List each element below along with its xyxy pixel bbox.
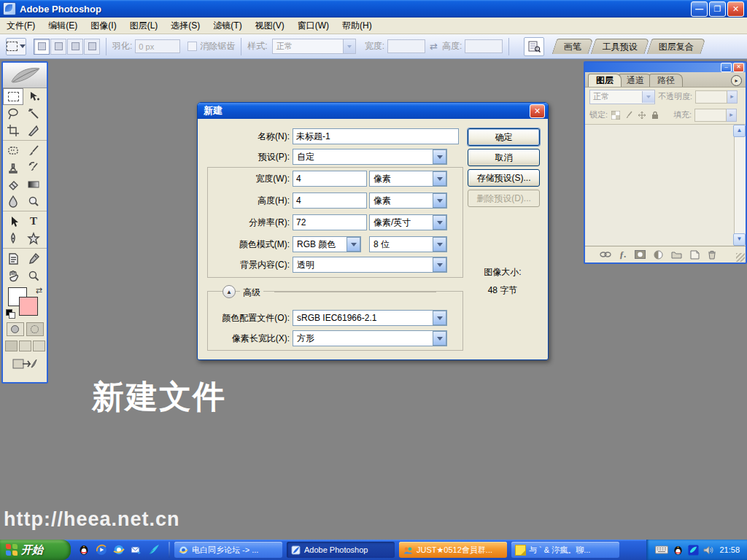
height-input[interactable]: 4	[293, 192, 367, 209]
menu-image[interactable]: 图像(I)	[84, 20, 123, 32]
layer-style-icon[interactable]: ƒ.	[619, 249, 627, 260]
tool-type[interactable]: T	[23, 213, 44, 230]
tool-notes[interactable]	[3, 250, 23, 267]
swap-colors-icon[interactable]: ⇄	[36, 286, 42, 295]
style-combobox[interactable]: 正常	[272, 39, 356, 54]
selection-intersect-button[interactable]	[84, 39, 100, 55]
file-browser-button[interactable]	[524, 37, 544, 56]
tab-brushes[interactable]: 画笔	[552, 39, 594, 54]
selection-add-button[interactable]	[50, 39, 66, 55]
opacity-field[interactable]: ▸	[695, 90, 738, 104]
close-button[interactable]: ✕	[727, 1, 744, 17]
tool-slice[interactable]	[23, 122, 44, 139]
new-group-icon[interactable]	[671, 250, 682, 259]
dialog-close-button[interactable]: ✕	[530, 104, 545, 118]
name-input[interactable]: 未标题-1	[293, 128, 459, 144]
advanced-collapse-button[interactable]: ▲	[222, 285, 236, 298]
tool-magic-wand[interactable]	[23, 105, 44, 122]
swap-dimensions-icon[interactable]: ⇄	[430, 41, 438, 52]
layers-scrollbar[interactable]: ▲ ▼	[734, 125, 746, 246]
width-input[interactable]: 4	[293, 171, 367, 187]
default-colors-icon[interactable]	[6, 309, 15, 318]
internet-explorer-icon[interactable]	[112, 544, 125, 556]
tool-path-selection[interactable]	[3, 213, 23, 230]
tab-layer-comps[interactable]: 图层复合	[647, 39, 706, 54]
tool-dodge[interactable]	[23, 192, 44, 209]
input-method-keyboard-icon[interactable]	[655, 545, 668, 554]
task-button-forum[interactable]: 电白同乡论坛 -> ...	[174, 542, 282, 558]
menu-file[interactable]: 文件(F)	[0, 20, 42, 32]
ok-button[interactable]: 确定	[468, 128, 540, 146]
tool-move[interactable]	[23, 88, 44, 105]
fill-field[interactable]: ▸	[694, 109, 737, 122]
volume-icon[interactable]	[703, 545, 713, 555]
menu-edit[interactable]: 编辑(E)	[42, 20, 84, 32]
selection-subtract-button[interactable]	[67, 39, 83, 55]
menu-window[interactable]: 窗口(W)	[291, 20, 336, 32]
lock-paint-icon[interactable]	[624, 110, 634, 120]
task-button-qq-group[interactable]: JUST★0512會員群...	[399, 542, 507, 558]
edit-in-imageready-button[interactable]	[10, 357, 39, 371]
scroll-up-icon[interactable]: ▲	[733, 125, 746, 137]
width-input[interactable]	[387, 39, 425, 53]
restore-button[interactable]: ❐	[709, 1, 726, 17]
menu-view[interactable]: 视图(V)	[249, 20, 291, 32]
tool-healing-brush[interactable]	[3, 142, 23, 159]
tool-lasso[interactable]	[3, 105, 23, 122]
qq-tray-icon[interactable]	[673, 545, 684, 556]
new-layer-icon[interactable]	[690, 250, 700, 260]
menu-layer[interactable]: 图层(L)	[123, 20, 165, 32]
task-button-photoshop[interactable]: Adobe Photoshop	[287, 542, 395, 558]
scroll-down-icon[interactable]: ▼	[733, 233, 746, 246]
tab-tool-presets[interactable]: 工具预设	[591, 39, 650, 54]
menu-select[interactable]: 选择(S)	[164, 20, 206, 32]
menu-filter[interactable]: 滤镜(T)	[206, 20, 248, 32]
lock-transparency-icon[interactable]	[611, 110, 621, 120]
quick-mask-mode-button[interactable]	[26, 322, 44, 336]
tool-history-brush[interactable]	[23, 159, 44, 176]
menu-help[interactable]: 帮助(H)	[336, 20, 379, 32]
tab-paths[interactable]: 路径	[649, 74, 683, 87]
tool-brush[interactable]	[23, 142, 44, 159]
standard-mode-button[interactable]	[7, 322, 24, 336]
tool-pen[interactable]	[3, 230, 23, 246]
height-input[interactable]	[465, 39, 503, 53]
toolbox-drag-handle[interactable]	[3, 63, 47, 88]
resolution-unit-combobox[interactable]: 像素/英寸	[369, 214, 447, 230]
tool-eraser[interactable]	[3, 176, 23, 192]
layers-palette-titlebar[interactable]: – ✕	[585, 63, 746, 72]
tool-clone-stamp[interactable]	[3, 159, 23, 176]
tool-blur[interactable]	[3, 192, 23, 209]
save-preset-button[interactable]: 存储预设(S)...	[468, 169, 540, 187]
palette-close-button[interactable]: ✕	[733, 63, 744, 72]
tab-layers[interactable]: 图层	[588, 74, 622, 87]
color-profile-combobox[interactable]: sRGB IEC61966-2.1	[293, 310, 447, 326]
outlook-express-icon[interactable]	[130, 544, 142, 556]
width-unit-combobox[interactable]: 像素	[369, 171, 447, 187]
adjustment-layer-icon[interactable]	[654, 250, 663, 260]
tool-custom-shape[interactable]	[23, 230, 44, 246]
antialias-checkbox[interactable]	[187, 42, 197, 51]
blend-mode-combobox[interactable]: 正常	[589, 90, 655, 104]
dialog-titlebar[interactable]: 新建 ✕	[198, 103, 548, 119]
pixel-aspect-combobox[interactable]: 方形	[293, 330, 447, 346]
tool-zoom[interactable]	[23, 267, 44, 284]
current-tool-button[interactable]	[6, 38, 26, 55]
background-contents-combobox[interactable]: 透明	[293, 257, 447, 273]
tab-channels[interactable]: 通道	[619, 74, 652, 87]
tool-hand[interactable]	[3, 267, 23, 284]
background-color-swatch[interactable]	[19, 297, 38, 316]
tool-gradient[interactable]	[23, 176, 44, 192]
layer-mask-icon[interactable]	[635, 250, 646, 259]
resolution-input[interactable]: 72	[293, 214, 367, 230]
tray-clock[interactable]: 21:58	[719, 545, 740, 554]
minimize-button[interactable]: —	[691, 1, 708, 17]
qq-icon[interactable]	[77, 544, 90, 556]
palette-minimize-button[interactable]: –	[721, 63, 732, 72]
cancel-button[interactable]: 取消	[468, 149, 540, 166]
task-button-qq-chat[interactable]: 与 ` & 沵瘋。聊...	[511, 542, 619, 558]
tool-rectangular-marquee[interactable]	[3, 88, 23, 105]
fullscreen-mode-button[interactable]	[33, 341, 45, 351]
media-player-icon[interactable]	[95, 544, 107, 556]
feather-input[interactable]: 0 px	[135, 39, 180, 53]
